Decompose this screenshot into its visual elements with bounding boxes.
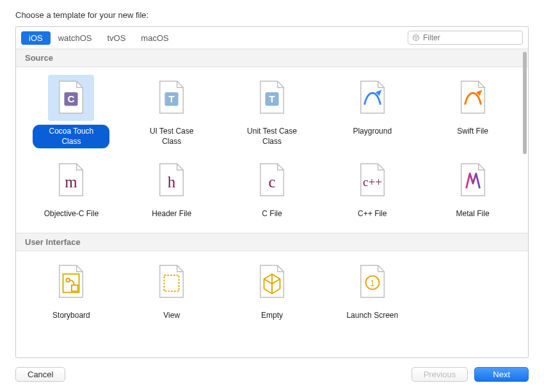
svg-point-0 — [413, 35, 419, 41]
c-file-icon: c — [249, 157, 295, 203]
template-item-label: Objective-C File — [38, 207, 105, 221]
dialog-footer: Cancel Previous Next — [0, 358, 544, 392]
svg-text:m: m — [65, 173, 78, 191]
template-item-label: Launch Screen — [340, 309, 404, 323]
objc-m-icon: m — [48, 157, 94, 203]
template-item[interactable]: Playground — [322, 75, 422, 148]
template-item-label: C++ File — [351, 207, 393, 221]
template-item-label: Metal File — [450, 207, 496, 221]
dialog-title: Choose a template for your new file: — [0, 0, 544, 26]
launch-icon: 1 — [349, 259, 396, 305]
template-item[interactable]: Swift File — [422, 75, 523, 148]
filter-input[interactable] — [423, 33, 519, 42]
section-header: User Interface — [16, 233, 528, 251]
template-item[interactable]: TUI Test Case Class — [122, 75, 222, 148]
template-chooser: iOSwatchOStvOSmacOS SourceCCocoa Touch C… — [15, 26, 529, 358]
scrollbar-thumb[interactable] — [523, 52, 527, 154]
template-item[interactable]: Metal File — [422, 157, 523, 221]
template-item[interactable]: cC File — [222, 157, 323, 221]
template-item[interactable]: c++C++ File — [322, 157, 422, 221]
template-item[interactable]: CCocoa Touch Class — [21, 75, 122, 148]
template-item-label: Storyboard — [46, 309, 97, 323]
next-button[interactable]: Next — [474, 367, 529, 382]
header-h-icon: h — [148, 157, 195, 203]
template-item-label: UI Test Case Class — [133, 125, 210, 148]
template-item-label: Swift File — [451, 125, 495, 139]
template-item[interactable]: hHeader File — [122, 157, 222, 221]
section-header: Source — [16, 49, 528, 67]
svg-text:T: T — [269, 93, 275, 104]
template-item[interactable]: TUnit Test Case Class — [222, 75, 323, 148]
svg-text:C: C — [68, 93, 75, 104]
template-item-label: Unit Test Case Class — [234, 125, 310, 148]
filter-field[interactable] — [408, 31, 523, 45]
cpp-file-icon: c++ — [349, 157, 396, 203]
filter-icon — [412, 34, 420, 42]
template-item-label: Cocoa Touch Class — [33, 125, 109, 148]
template-item[interactable]: mObjective-C File — [21, 157, 122, 221]
tab-tvos[interactable]: tvOS — [99, 31, 133, 45]
template-item-label: Header File — [145, 207, 198, 221]
template-item[interactable]: Storyboard — [21, 259, 122, 323]
view-icon — [148, 259, 195, 305]
svg-text:c: c — [268, 173, 275, 191]
swift-icon — [450, 75, 496, 121]
svg-text:1: 1 — [370, 279, 374, 288]
template-item-label: Playground — [346, 125, 398, 139]
template-item-label: View — [157, 309, 186, 323]
template-item-label: Empty — [255, 309, 289, 323]
tab-ios[interactable]: iOS — [21, 31, 51, 45]
svg-text:T: T — [168, 93, 175, 104]
previous-button[interactable]: Previous — [412, 367, 468, 382]
template-item-label: C File — [255, 207, 288, 221]
tab-macos[interactable]: macOS — [133, 31, 176, 45]
unit-test-icon: T — [249, 75, 295, 121]
ui-test-icon: T — [148, 75, 195, 121]
svg-text:h: h — [168, 173, 176, 191]
tab-watchos[interactable]: watchOS — [51, 31, 100, 45]
empty-icon — [249, 259, 295, 305]
cocoa-touch-icon: C — [48, 75, 94, 121]
metal-icon — [450, 157, 496, 203]
playground-icon — [349, 75, 396, 121]
cancel-button[interactable]: Cancel — [15, 367, 65, 382]
new-file-template-dialog: Choose a template for your new file: iOS… — [0, 0, 544, 392]
template-scroll-area[interactable]: SourceCCocoa Touch ClassTUI Test Case Cl… — [16, 49, 528, 357]
platform-tabs: iOSwatchOStvOSmacOS — [21, 31, 177, 45]
template-item[interactable]: 1Launch Screen — [322, 259, 422, 323]
template-item[interactable]: View — [122, 259, 222, 323]
platform-tabbar: iOSwatchOStvOSmacOS — [16, 27, 528, 49]
template-grid: CCocoa Touch ClassTUI Test Case ClassTUn… — [16, 67, 528, 233]
template-grid: StoryboardViewEmpty1Launch Screen — [16, 251, 528, 334]
svg-text:c++: c++ — [363, 175, 382, 189]
template-item[interactable]: Empty — [222, 259, 323, 323]
storyboard-icon — [48, 259, 94, 305]
